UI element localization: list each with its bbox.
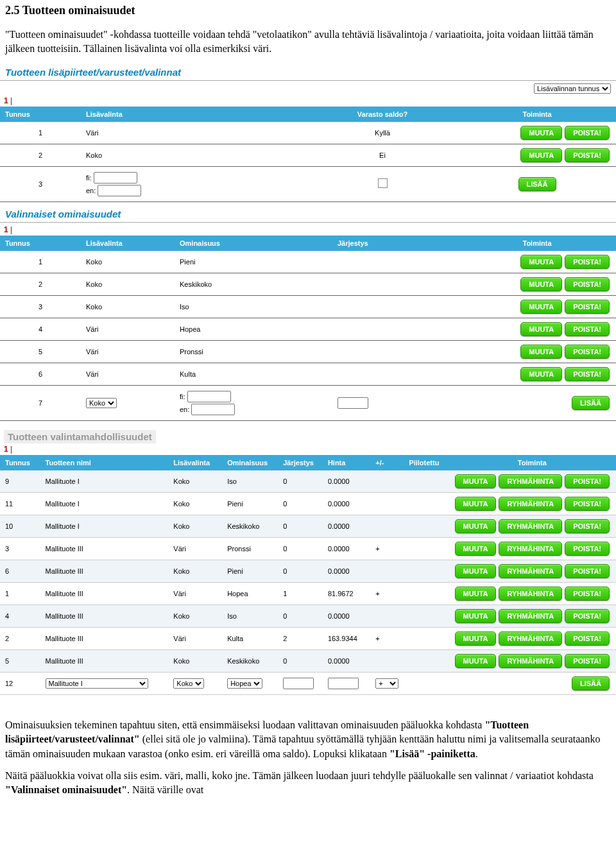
lang-en-input[interactable] <box>98 185 141 196</box>
table-row: 4Mallituote IIIKokoIso00.0000MUUTARYHMÄH… <box>0 605 616 627</box>
new-row: 12Mallituote IKokoHopea+LISÄÄ <box>0 672 616 694</box>
ryhmahinta-button[interactable]: RYHMÄHINTA <box>499 497 562 511</box>
jarjestys-input[interactable] <box>338 397 368 409</box>
section1-title: Tuotteen lisäpiirteet/varusteet/valinnat <box>0 60 616 81</box>
col-toiminta: Toiminta <box>458 107 616 122</box>
table-row: 1VäriKylläMUUTAPOISTA! <box>0 122 616 144</box>
col-toiminta2: Toiminta <box>458 236 616 251</box>
table-row: 3Mallituote IIIVäriPronssi00.0000+MUUTAR… <box>0 537 616 560</box>
poista-button[interactable]: POISTA! <box>565 542 610 556</box>
col-nimi3: Tuotteen nimi <box>40 455 169 470</box>
ryhmahinta-button[interactable]: RYHMÄHINTA <box>499 609 562 623</box>
muuta-button[interactable]: MUUTA <box>520 148 562 162</box>
col-tunnus: Tunnus <box>0 107 81 122</box>
muuta-button[interactable]: MUUTA <box>455 587 497 601</box>
ryhmahinta-button[interactable]: RYHMÄHINTA <box>499 519 562 533</box>
table-row: 4VäriHopeaMUUTAPOISTA! <box>0 318 616 340</box>
muuta-button[interactable]: MUUTA <box>520 277 562 291</box>
muuta-button[interactable]: MUUTA <box>455 654 497 668</box>
col-ominaisuus2: Ominaisuus <box>175 236 332 251</box>
poista-button[interactable]: POISTA! <box>565 654 610 668</box>
section1-table: Tunnus Lisävalinta Varasto saldo? Toimin… <box>0 107 616 202</box>
prod-select[interactable]: Mallituote I <box>46 678 148 689</box>
doc-para2: Ominaisuuksien tekeminen tapahtuu siten,… <box>0 714 616 765</box>
section3-table: Tunnus Tuotteen nimi Lisävalinta Ominais… <box>0 455 616 695</box>
ryhmahinta-button[interactable]: RYHMÄHINTA <box>499 542 562 556</box>
muuta-button[interactable]: MUUTA <box>455 564 497 578</box>
muuta-button[interactable]: MUUTA <box>520 300 562 314</box>
lisaa-button[interactable]: LISÄÄ <box>572 396 610 410</box>
muuta-button[interactable]: MUUTA <box>455 542 497 556</box>
muuta-button[interactable]: MUUTA <box>455 497 497 511</box>
table-row: 9Mallituote IKokoIso00.0000MUUTARYHMÄHIN… <box>0 470 616 493</box>
table-row: 3KokoIsoMUUTAPOISTA! <box>0 295 616 318</box>
lang-en-label: en: <box>86 187 96 194</box>
muuta-button[interactable]: MUUTA <box>455 631 497 646</box>
om-select[interactable]: Hopea <box>227 678 262 689</box>
lv-select[interactable]: Koko <box>173 678 204 689</box>
lang-fi-label: fi: <box>86 174 92 182</box>
lang-en-label: en: <box>180 406 189 413</box>
muuta-button[interactable]: MUUTA <box>455 609 497 623</box>
table-row: 6Mallituote IIIKokoPieni00.0000MUUTARYHM… <box>0 560 616 582</box>
poista-button[interactable]: POISTA! <box>565 587 610 601</box>
muuta-button[interactable]: MUUTA <box>520 126 562 140</box>
poista-button[interactable]: POISTA! <box>565 277 610 291</box>
table-row: 5Mallituote IIIKokoKeskikoko00.0000MUUTA… <box>0 649 616 672</box>
col-om3: Ominaisuus <box>222 455 278 470</box>
col-lisavalinta: Lisävalinta <box>81 107 307 122</box>
muuta-button[interactable]: MUUTA <box>520 345 562 359</box>
poista-button[interactable]: POISTA! <box>565 631 610 646</box>
poista-button[interactable]: POISTA! <box>565 519 610 533</box>
hinta-input[interactable] <box>328 678 359 689</box>
poista-button[interactable]: POISTA! <box>565 300 610 314</box>
lisaa-button[interactable]: LISÄÄ <box>518 177 556 191</box>
doc-para3: Näitä pääluokkia voivat olla siis esim. … <box>0 765 616 802</box>
col-lisavalinta2: Lisävalinta <box>81 236 175 251</box>
table-row: 10Mallituote IKokoKeskikoko00.0000MUUTAR… <box>0 515 616 537</box>
table-row: 2KokoKeskikokoMUUTAPOISTA! <box>0 273 616 295</box>
pm-select[interactable]: + <box>375 678 398 689</box>
ryhmahinta-button[interactable]: RYHMÄHINTA <box>499 631 562 646</box>
col-jarjestys2: Järjestys <box>332 236 458 251</box>
section3-title: Tuotteen valintamahdollisuudet <box>4 430 156 443</box>
section2-page: 1 | <box>0 224 616 236</box>
lv-select[interactable]: Koko <box>86 398 117 408</box>
section1-page: 1 | <box>0 95 616 107</box>
col-h3: Hinta <box>323 455 370 470</box>
col-j3: Järjestys <box>278 455 323 470</box>
poista-button[interactable]: POISTA! <box>565 564 610 578</box>
poista-button[interactable]: POISTA! <box>565 367 610 381</box>
new-row: 7Kokofi: en: LISÄÄ <box>0 385 616 420</box>
jarjestys-input[interactable] <box>283 678 314 689</box>
muuta-button[interactable]: MUUTA <box>520 322 562 336</box>
table-row: 2KokoEiMUUTAPOISTA! <box>0 144 616 166</box>
lang-fi-input[interactable] <box>94 172 137 184</box>
poista-button[interactable]: POISTA! <box>565 474 610 488</box>
sort-select[interactable]: Lisävalinnan tunnus <box>534 83 611 94</box>
muuta-button[interactable]: MUUTA <box>520 367 562 381</box>
poista-button[interactable]: POISTA! <box>565 497 610 511</box>
lang-en-input[interactable] <box>191 404 235 415</box>
poista-button[interactable]: POISTA! <box>565 255 610 269</box>
lang-fi-input[interactable] <box>187 391 231 402</box>
muuta-button[interactable]: MUUTA <box>455 474 497 488</box>
poista-button[interactable]: POISTA! <box>565 345 610 359</box>
poista-button[interactable]: POISTA! <box>565 126 610 140</box>
stock-checkbox[interactable] <box>378 178 388 188</box>
ryhmahinta-button[interactable]: RYHMÄHINTA <box>499 564 562 578</box>
muuta-button[interactable]: MUUTA <box>455 519 497 533</box>
lang-fi-label: fi: <box>180 393 185 400</box>
lisaa-button[interactable]: LISÄÄ <box>572 676 610 691</box>
col-pm3: +/- <box>370 455 404 470</box>
table-row: 1KokoPieniMUUTAPOISTA! <box>0 251 616 273</box>
ryhmahinta-button[interactable]: RYHMÄHINTA <box>499 654 562 668</box>
poista-button[interactable]: POISTA! <box>565 148 610 162</box>
ryhmahinta-button[interactable]: RYHMÄHINTA <box>499 587 562 601</box>
table-row: 6VäriKultaMUUTAPOISTA! <box>0 363 616 385</box>
muuta-button[interactable]: MUUTA <box>520 255 562 269</box>
poista-button[interactable]: POISTA! <box>565 322 610 336</box>
ryhmahinta-button[interactable]: RYHMÄHINTA <box>499 474 562 488</box>
section2-table: Tunnus Lisävalinta Ominaisuus Järjestys … <box>0 236 616 421</box>
poista-button[interactable]: POISTA! <box>565 609 610 623</box>
